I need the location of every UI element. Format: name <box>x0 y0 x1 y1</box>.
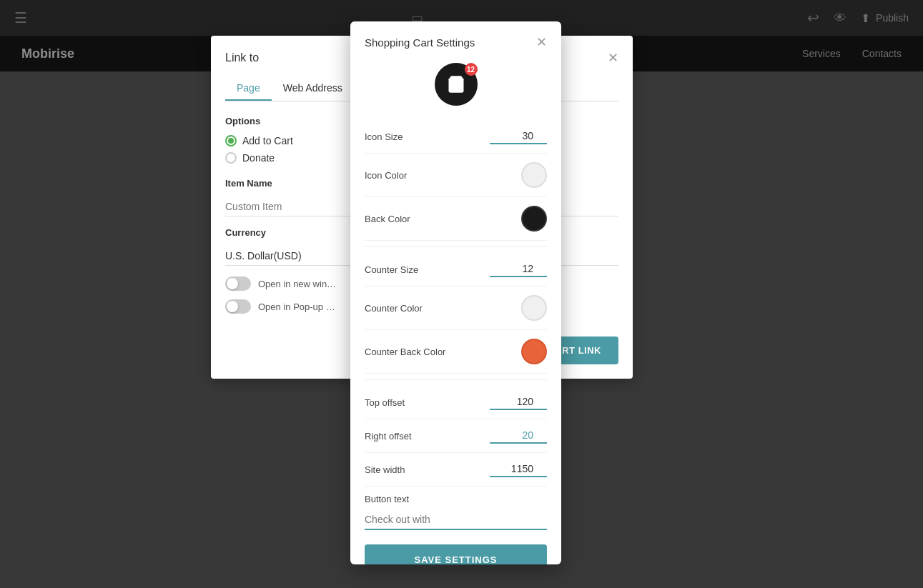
tab-web-address[interactable]: Web Address <box>272 76 354 101</box>
save-settings-button[interactable]: SAVE SETTINGS <box>365 544 547 564</box>
link-dialog-close-button[interactable]: ✕ <box>608 50 618 66</box>
radio-dot <box>228 138 234 144</box>
toggle-knob <box>227 278 238 289</box>
back-color-swatch[interactable] <box>521 206 547 231</box>
site-width-row: Site width <box>365 453 547 487</box>
cart-settings-dialog: Shopping Cart Settings ✕ 12 Icon Size Ic… <box>350 21 561 564</box>
tab-page[interactable]: Page <box>225 76 272 101</box>
open-new-window-label: Open in new win… <box>258 279 336 289</box>
back-color-row: Back Color <box>365 197 547 241</box>
button-text-section: Button text <box>365 494 547 530</box>
radio-add-to-cart[interactable] <box>225 135 237 146</box>
button-text-label: Button text <box>365 494 547 504</box>
counter-size-input[interactable] <box>490 261 547 277</box>
link-dialog-title: Link to <box>225 51 259 64</box>
right-offset-row: Right offset <box>365 419 547 453</box>
counter-back-color-row: Counter Back Color <box>365 330 547 374</box>
radio-donate[interactable] <box>225 152 237 164</box>
site-width-input[interactable] <box>490 462 547 477</box>
top-offset-label: Top offset <box>365 397 405 408</box>
counter-back-color-label: Counter Back Color <box>365 347 445 357</box>
right-offset-label: Right offset <box>365 431 412 442</box>
cart-icon-section: 12 <box>365 63 547 106</box>
icon-size-label: Icon Size <box>365 131 403 142</box>
counter-color-swatch[interactable] <box>521 295 547 321</box>
icon-size-input[interactable] <box>490 129 547 144</box>
button-text-input[interactable] <box>365 510 547 530</box>
divider-2 <box>365 379 547 380</box>
toggle-knob-2 <box>227 301 238 312</box>
site-width-label: Site width <box>365 464 405 475</box>
open-new-window-toggle[interactable] <box>225 276 251 291</box>
donate-label: Donate <box>242 152 275 164</box>
cart-dialog-close-button[interactable]: ✕ <box>536 36 547 49</box>
cart-badge: 12 <box>465 63 478 76</box>
cart-dialog-title: Shopping Cart Settings <box>365 36 475 49</box>
add-to-cart-label: Add to Cart <box>242 135 293 146</box>
icon-size-row: Icon Size <box>365 120 547 154</box>
open-popup-label: Open in Pop-up … <box>258 302 335 312</box>
right-offset-input[interactable] <box>490 428 547 444</box>
counter-color-label: Counter Color <box>365 303 423 314</box>
counter-size-label: Counter Size <box>365 264 418 275</box>
cart-icon-circle: 12 <box>435 63 478 106</box>
counter-back-color-swatch[interactable] <box>521 339 547 364</box>
counter-size-row: Counter Size <box>365 253 547 286</box>
top-offset-input[interactable] <box>490 394 547 410</box>
icon-color-row: Icon Color <box>365 154 547 197</box>
cart-icon <box>446 74 466 94</box>
icon-color-label: Icon Color <box>365 170 407 181</box>
counter-color-row: Counter Color <box>365 286 547 330</box>
divider <box>365 246 547 247</box>
back-color-label: Back Color <box>365 214 410 224</box>
open-popup-toggle[interactable] <box>225 299 251 314</box>
top-offset-row: Top offset <box>365 386 547 419</box>
icon-color-swatch[interactable] <box>521 162 547 188</box>
